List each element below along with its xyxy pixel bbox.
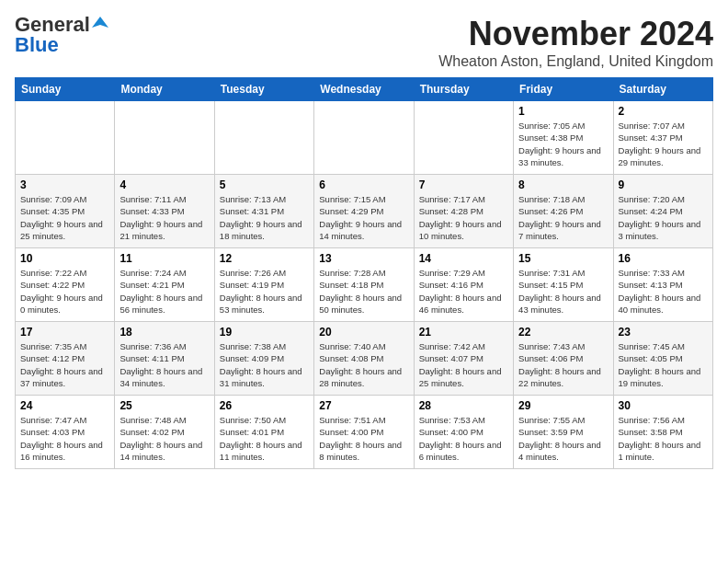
calendar-cell: 17Sunrise: 7:35 AM Sunset: 4:12 PM Dayli… — [16, 322, 115, 396]
calendar-cell: 22Sunrise: 7:43 AM Sunset: 4:06 PM Dayli… — [514, 322, 613, 396]
calendar-cell: 12Sunrise: 7:26 AM Sunset: 4:19 PM Dayli… — [214, 248, 313, 322]
calendar-cell — [115, 101, 214, 175]
day-info: Sunrise: 7:28 AM Sunset: 4:18 PM Dayligh… — [319, 267, 408, 316]
calendar-cell: 1Sunrise: 7:05 AM Sunset: 4:38 PM Daylig… — [514, 101, 613, 175]
day-number: 10 — [20, 252, 109, 265]
calendar-cell: 13Sunrise: 7:28 AM Sunset: 4:18 PM Dayli… — [314, 248, 414, 322]
day-info: Sunrise: 7:18 AM Sunset: 4:26 PM Dayligh… — [518, 193, 608, 242]
day-number: 27 — [319, 399, 408, 412]
day-number: 9 — [619, 178, 708, 191]
calendar-cell: 5Sunrise: 7:13 AM Sunset: 4:31 PM Daylig… — [214, 175, 313, 248]
calendar-cell: 16Sunrise: 7:33 AM Sunset: 4:13 PM Dayli… — [613, 248, 712, 322]
day-info: Sunrise: 7:22 AM Sunset: 4:22 PM Dayligh… — [20, 267, 109, 316]
calendar-cell: 11Sunrise: 7:24 AM Sunset: 4:21 PM Dayli… — [115, 248, 214, 322]
logo-bird-icon — [92, 15, 108, 31]
calendar-table: SundayMondayTuesdayWednesdayThursdayFrid… — [15, 77, 713, 469]
calendar-cell: 25Sunrise: 7:48 AM Sunset: 4:02 PM Dayli… — [115, 396, 214, 469]
day-info: Sunrise: 7:15 AM Sunset: 4:29 PM Dayligh… — [319, 193, 408, 242]
day-info: Sunrise: 7:11 AM Sunset: 4:33 PM Dayligh… — [119, 193, 209, 242]
calendar-cell — [214, 101, 313, 175]
calendar-week-row: 24Sunrise: 7:47 AM Sunset: 4:03 PM Dayli… — [16, 396, 713, 469]
day-number: 26 — [220, 399, 309, 412]
calendar-body: 1Sunrise: 7:05 AM Sunset: 4:38 PM Daylig… — [16, 101, 713, 469]
calendar-day-header: Wednesday — [314, 78, 414, 101]
day-info: Sunrise: 7:17 AM Sunset: 4:28 PM Dayligh… — [419, 193, 508, 242]
svg-marker-0 — [92, 17, 108, 28]
day-info: Sunrise: 7:48 AM Sunset: 4:02 PM Dayligh… — [119, 414, 209, 463]
calendar-cell: 6Sunrise: 7:15 AM Sunset: 4:29 PM Daylig… — [314, 175, 414, 248]
calendar-cell: 18Sunrise: 7:36 AM Sunset: 4:11 PM Dayli… — [115, 322, 214, 396]
calendar-cell: 8Sunrise: 7:18 AM Sunset: 4:26 PM Daylig… — [514, 175, 613, 248]
day-number: 7 — [419, 178, 508, 191]
day-number: 1 — [518, 105, 608, 118]
calendar-cell — [414, 101, 513, 175]
day-number: 29 — [518, 399, 608, 412]
calendar-cell: 26Sunrise: 7:50 AM Sunset: 4:01 PM Dayli… — [214, 396, 313, 469]
calendar-week-row: 17Sunrise: 7:35 AM Sunset: 4:12 PM Dayli… — [16, 322, 713, 396]
day-info: Sunrise: 7:29 AM Sunset: 4:16 PM Dayligh… — [419, 267, 508, 316]
calendar-cell: 9Sunrise: 7:20 AM Sunset: 4:24 PM Daylig… — [613, 175, 712, 248]
day-number: 13 — [319, 252, 408, 265]
calendar-cell: 15Sunrise: 7:31 AM Sunset: 4:15 PM Dayli… — [514, 248, 613, 322]
calendar-cell: 14Sunrise: 7:29 AM Sunset: 4:16 PM Dayli… — [414, 248, 513, 322]
day-number: 4 — [119, 178, 209, 191]
title-area: November 2024 Wheaton Aston, England, Un… — [438, 15, 713, 70]
calendar-cell: 7Sunrise: 7:17 AM Sunset: 4:28 PM Daylig… — [414, 175, 513, 248]
day-number: 25 — [119, 399, 209, 412]
day-info: Sunrise: 7:43 AM Sunset: 4:06 PM Dayligh… — [518, 340, 608, 389]
calendar-cell: 30Sunrise: 7:56 AM Sunset: 3:58 PM Dayli… — [613, 396, 712, 469]
day-info: Sunrise: 7:33 AM Sunset: 4:13 PM Dayligh… — [619, 267, 708, 316]
calendar-day-header: Saturday — [613, 78, 712, 101]
day-number: 18 — [119, 326, 209, 339]
day-info: Sunrise: 7:09 AM Sunset: 4:35 PM Dayligh… — [20, 193, 109, 242]
day-number: 8 — [518, 178, 608, 191]
day-number: 14 — [419, 252, 508, 265]
calendar-cell — [16, 101, 115, 175]
day-number: 24 — [20, 399, 109, 412]
calendar-cell: 10Sunrise: 7:22 AM Sunset: 4:22 PM Dayli… — [16, 248, 115, 322]
day-info: Sunrise: 7:53 AM Sunset: 4:00 PM Dayligh… — [419, 414, 508, 463]
day-number: 12 — [220, 252, 309, 265]
calendar-day-header: Monday — [115, 78, 214, 101]
day-info: Sunrise: 7:31 AM Sunset: 4:15 PM Dayligh… — [518, 267, 608, 316]
calendar-cell: 24Sunrise: 7:47 AM Sunset: 4:03 PM Dayli… — [16, 396, 115, 469]
day-number: 2 — [619, 105, 708, 118]
calendar-week-row: 3Sunrise: 7:09 AM Sunset: 4:35 PM Daylig… — [16, 175, 713, 248]
calendar-cell: 3Sunrise: 7:09 AM Sunset: 4:35 PM Daylig… — [16, 175, 115, 248]
logo: General Blue — [15, 15, 108, 55]
day-info: Sunrise: 7:35 AM Sunset: 4:12 PM Dayligh… — [20, 340, 109, 389]
day-number: 28 — [419, 399, 508, 412]
day-info: Sunrise: 7:20 AM Sunset: 4:24 PM Dayligh… — [619, 193, 708, 242]
calendar-cell: 4Sunrise: 7:11 AM Sunset: 4:33 PM Daylig… — [115, 175, 214, 248]
day-info: Sunrise: 7:40 AM Sunset: 4:08 PM Dayligh… — [319, 340, 408, 389]
calendar-cell: 23Sunrise: 7:45 AM Sunset: 4:05 PM Dayli… — [613, 322, 712, 396]
day-number: 5 — [220, 178, 309, 191]
calendar-cell: 20Sunrise: 7:40 AM Sunset: 4:08 PM Dayli… — [314, 322, 414, 396]
day-info: Sunrise: 7:56 AM Sunset: 3:58 PM Dayligh… — [619, 414, 708, 463]
day-info: Sunrise: 7:36 AM Sunset: 4:11 PM Dayligh… — [119, 340, 209, 389]
page-header: General Blue November 2024 Wheaton Aston… — [15, 15, 713, 70]
day-number: 19 — [220, 326, 309, 339]
day-number: 17 — [20, 326, 109, 339]
logo-blue-text: Blue — [15, 35, 59, 55]
day-info: Sunrise: 7:42 AM Sunset: 4:07 PM Dayligh… — [419, 340, 508, 389]
day-number: 6 — [319, 178, 408, 191]
day-info: Sunrise: 7:51 AM Sunset: 4:00 PM Dayligh… — [319, 414, 408, 463]
day-number: 21 — [419, 326, 508, 339]
day-info: Sunrise: 7:26 AM Sunset: 4:19 PM Dayligh… — [220, 267, 309, 316]
day-info: Sunrise: 7:05 AM Sunset: 4:38 PM Dayligh… — [518, 120, 608, 168]
location-title: Wheaton Aston, England, United Kingdom — [438, 53, 713, 70]
calendar-cell: 2Sunrise: 7:07 AM Sunset: 4:37 PM Daylig… — [613, 101, 712, 175]
calendar-week-row: 1Sunrise: 7:05 AM Sunset: 4:38 PM Daylig… — [16, 101, 713, 175]
calendar-cell: 21Sunrise: 7:42 AM Sunset: 4:07 PM Dayli… — [414, 322, 513, 396]
day-number: 3 — [20, 178, 109, 191]
day-info: Sunrise: 7:47 AM Sunset: 4:03 PM Dayligh… — [20, 414, 109, 463]
calendar-day-header: Sunday — [16, 78, 115, 101]
day-info: Sunrise: 7:45 AM Sunset: 4:05 PM Dayligh… — [619, 340, 708, 389]
calendar-cell: 29Sunrise: 7:55 AM Sunset: 3:59 PM Dayli… — [514, 396, 613, 469]
month-title: November 2024 — [438, 15, 713, 53]
day-number: 16 — [619, 252, 708, 265]
calendar-header: SundayMondayTuesdayWednesdayThursdayFrid… — [16, 78, 713, 101]
day-number: 30 — [619, 399, 708, 412]
day-number: 20 — [319, 326, 408, 339]
